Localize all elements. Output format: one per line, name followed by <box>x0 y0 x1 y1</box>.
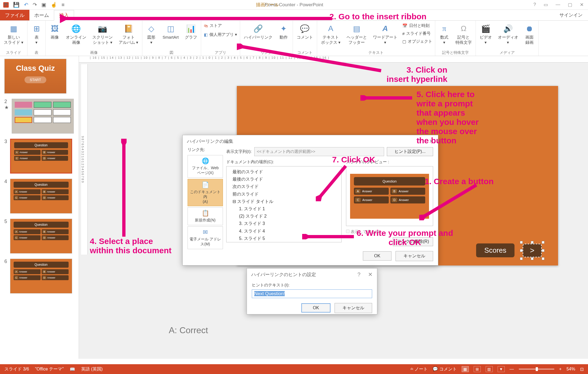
ribbon-tabs: ファイル ホーム 挿入 サインイン <box>0 10 588 21</box>
ribbon-options-icon[interactable]: ▭ <box>544 2 548 8</box>
contextual-tab-title: 描画ツール <box>256 2 279 8</box>
save-icon[interactable]: 💾 <box>13 2 20 8</box>
slide-editor: | 16 | 15 | 14 | 13 | 12 | 11 | 10 | 9 |… <box>79 56 588 359</box>
link-target-file[interactable]: 🌐ファイル、Web ページ(X) <box>188 155 223 178</box>
theme-indicator: "Office テーマ" <box>35 366 64 372</box>
slide-indicator[interactable]: スライド 3/6 <box>4 366 29 372</box>
qat-more-icon[interactable]: ≡ <box>62 2 65 8</box>
screentip-button[interactable]: ヒント設定(P)... <box>387 147 433 156</box>
link-target-email[interactable]: ✉電子メール アドレ ス(M) <box>188 226 223 249</box>
link-target-document[interactable]: 📄このドキュメント内 (A) <box>188 179 223 206</box>
window-controls: ? ▭ — ▢ ✕ <box>534 2 588 8</box>
cancel-button[interactable]: キャンセル <box>396 251 433 261</box>
remove-link-button[interactable]: リンクの解除(R) <box>393 237 433 246</box>
horizontal-ruler: | 16 | 15 | 14 | 13 | 12 | 11 | 10 | 9 |… <box>79 56 588 63</box>
language-indicator[interactable]: 英語 (英国) <box>81 366 103 372</box>
thumbnail-3[interactable]: 3 Question AnswerAnswerAnswerAnswer <box>4 139 74 175</box>
dialog-title: ハイパーリンクの編集 <box>187 138 233 144</box>
slideshow-view-icon[interactable]: ▼ <box>498 366 505 372</box>
redo-icon[interactable]: ↷ <box>33 2 37 8</box>
textbox-button[interactable]: Aテキスト ボックス ▾ <box>320 22 342 46</box>
screenshot-button[interactable]: 📷スクリーン ショット ▾ <box>91 22 114 46</box>
thumbnail-1[interactable]: Class Quiz START <box>4 59 74 95</box>
ribbon-insert: ▦新しい スライド ▾ スライド ⊞表 ▾ 表 🖼画像 🌐オンライン 画像 📷ス… <box>0 21 588 56</box>
vertical-ruler: 9 8 7 6 5 4 3 2 1 0 1 2 3 4 5 6 7 8 9 <box>81 64 88 255</box>
hint-dialog-title: ハイパーリンクのヒントの設定 <box>251 271 316 278</box>
zoom-out-icon[interactable]: — <box>510 367 514 372</box>
screentip-dialog: ハイパーリンクのヒントの設定 ? ✕ ヒントのテキスト(I): Next Que… <box>247 268 377 314</box>
wordart-button[interactable]: Aワードアート ▾ <box>372 22 399 46</box>
sorter-view-icon[interactable]: ⊞ <box>474 366 481 372</box>
ok-button[interactable]: OK <box>363 251 391 261</box>
action-button[interactable]: ✦動作 <box>277 22 290 41</box>
thumbnail-2[interactable]: 2★ <box>4 99 74 135</box>
thumbnail-5[interactable]: 5 QuestionAnswerAnswerAnswerAnswer <box>4 219 74 255</box>
display-text-input[interactable]: <<ドキュメント内の選択範囲>> <box>254 147 384 156</box>
my-apps-button[interactable]: ◧個人用アプリ ▾ <box>204 31 237 38</box>
thumbnail-4[interactable]: 4 QuestionAnswerAnswerAnswerAnswer <box>4 179 74 215</box>
screen-recording-button[interactable]: ⏺画面 録画 <box>523 22 536 46</box>
quick-access-toolbar: P 💾 ↶ ↷ ▣ ☝ ≡ <box>0 2 65 8</box>
tab-insert[interactable]: 挿入 <box>54 10 74 21</box>
smartart-button[interactable]: ◫SmartArt <box>161 22 180 41</box>
notes-text[interactable]: A: Correct <box>169 325 208 335</box>
header-footer-button[interactable]: ▤ヘッダーと フッター <box>345 22 368 46</box>
notes-button[interactable]: ≐ ノート <box>410 366 428 372</box>
title-bar: P 💾 ↶ ↷ ▣ ☝ ≡ Points Counter - PowerPoin… <box>0 0 588 10</box>
document-location-tree[interactable]: 最初のスライド最後のスライド次のスライド前のスライド ⊟ スライド タイトル 1… <box>226 166 342 242</box>
comments-button[interactable]: 💬 コメント <box>433 366 457 372</box>
hint-cancel-button[interactable]: キャンセル <box>335 303 372 313</box>
hint-ok-button[interactable]: OK <box>301 303 330 313</box>
status-bar: スライド 3/6 "Office テーマ" 📖 英語 (英国) ≐ ノート 💬 … <box>0 364 588 374</box>
symbol-button[interactable]: Ω記号と 特殊文字 <box>454 22 473 46</box>
pictures-button[interactable]: 🖼画像 <box>48 22 61 41</box>
app-icon: P <box>3 2 9 8</box>
zoom-level[interactable]: 54% <box>566 367 575 372</box>
maximize-icon[interactable]: ▢ <box>568 2 572 8</box>
audio-button[interactable]: 🔊オーディオ ▾ <box>497 22 519 46</box>
zoom-slider[interactable] <box>519 369 554 370</box>
slide-number-button[interactable]: #スライド番号 <box>402 30 432 37</box>
undo-icon[interactable]: ↶ <box>24 2 28 8</box>
normal-view-icon[interactable]: ▦ <box>462 366 469 372</box>
zoom-in-icon[interactable]: + <box>559 367 562 372</box>
tab-home[interactable]: ホーム <box>29 10 54 20</box>
dialog-help-icon[interactable]: ? <box>418 138 421 144</box>
start-icon[interactable]: ▣ <box>41 2 46 8</box>
equation-button[interactable]: π数式 ▾ <box>438 22 451 46</box>
show-return-checkbox <box>346 230 350 233</box>
scores-button[interactable]: Scores <box>476 243 514 257</box>
touch-icon[interactable]: ☝ <box>51 2 57 8</box>
hyperlink-button[interactable]: 🔗ハイパーリンク <box>243 22 274 41</box>
signin-link[interactable]: サインイン <box>559 12 588 18</box>
link-target-new[interactable]: 📋新規作成(N) <box>188 207 223 225</box>
chart-button[interactable]: 📊グラフ <box>184 22 198 41</box>
hint-help-icon[interactable]: ? <box>357 271 360 278</box>
slide-thumbnails: Class Quiz START 2★ 3 Question AnswerAns… <box>0 56 79 359</box>
photo-album-button[interactable]: 📔フォト アルバム ▾ <box>118 22 139 46</box>
selection-handles[interactable] <box>520 241 544 260</box>
fit-window-icon[interactable]: ⊡ <box>580 367 584 372</box>
tab-file[interactable]: ファイル <box>0 10 29 20</box>
close-icon[interactable]: ✕ <box>580 2 584 8</box>
help-icon[interactable]: ? <box>534 2 536 8</box>
store-button[interactable]: 🛍ストア <box>204 22 237 29</box>
datetime-button[interactable]: 📅日付と時刻 <box>402 22 432 29</box>
table-button[interactable]: ⊞表 ▾ <box>30 22 43 46</box>
dialog-close-icon[interactable]: ✕ <box>429 138 434 144</box>
thumbnail-6[interactable]: 6 QuestionAnswerAnswerAnswerAnswer <box>4 259 74 295</box>
spellcheck-icon[interactable]: 📖 <box>70 367 75 372</box>
edit-hyperlink-dialog: ハイパーリンクの編集 ? ✕ リンク先: 🌐ファイル、Web ページ(X) 📄こ… <box>182 135 438 265</box>
workspace: Class Quiz START 2★ 3 Question AnswerAns… <box>0 56 588 359</box>
reading-view-icon[interactable]: ▥ <box>486 366 493 372</box>
hint-text-input[interactable]: Next Question! <box>252 289 372 298</box>
object-button[interactable]: ▢オブジェクト <box>402 38 432 45</box>
minimize-icon[interactable]: — <box>556 2 560 8</box>
slide-preview: Question AAnswerBAnswerCAnswerDAnswer <box>346 166 433 226</box>
new-slide-button[interactable]: ▦新しい スライド ▾ <box>3 22 24 46</box>
online-pictures-button[interactable]: 🌐オンライン 画像 <box>65 22 87 46</box>
video-button[interactable]: 🎬ビデオ ▾ <box>479 22 493 46</box>
hint-close-icon[interactable]: ✕ <box>368 271 373 278</box>
comment-button[interactable]: 💬コメント <box>296 22 314 41</box>
shapes-button[interactable]: ◇図形 ▾ <box>145 22 158 46</box>
